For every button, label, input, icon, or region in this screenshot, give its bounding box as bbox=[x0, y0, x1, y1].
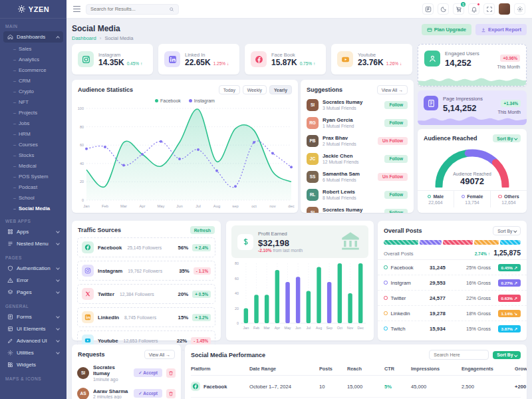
svg-text:Jul: Jul bbox=[306, 326, 311, 330]
overall-row-twitter: Twitter24,57722% Gross0.63% ↗ bbox=[378, 291, 527, 306]
export-report-button[interactable]: Export Report bbox=[475, 24, 527, 35]
suggestion-text: Ryan Gercia1 Mutual Friend bbox=[323, 117, 354, 128]
plan-upgrade-button[interactable]: Plan Upgrade bbox=[422, 24, 471, 35]
traffic-platform: Twitter bbox=[98, 291, 114, 297]
audience-reached-sortby-button[interactable]: Sort By bbox=[493, 134, 521, 142]
sidebar-item-nested-menu[interactable]: Nested Menu bbox=[3, 238, 63, 249]
performance-row-facebook: FacebookOctober 1–7, 20241015,0005%45,00… bbox=[191, 376, 521, 398]
sidebar-item-error[interactable]: Error bbox=[3, 275, 63, 286]
hamburger-icon[interactable] bbox=[73, 6, 80, 12]
instagram-icon bbox=[82, 265, 94, 277]
stat-value: 15.87K0.75% ↑ bbox=[271, 58, 315, 67]
sidebar-item-hrm[interactable]: –HRM bbox=[0, 128, 66, 139]
request-text: Socrates Itumay1minute ago bbox=[93, 364, 130, 382]
sidebar-item-label: Courses bbox=[19, 142, 38, 148]
trash-icon[interactable] bbox=[166, 368, 176, 378]
stat-number: 23.76K bbox=[358, 58, 384, 67]
search-input[interactable] bbox=[90, 6, 166, 12]
sidebar-item-social-media[interactable]: –Social Media bbox=[0, 203, 66, 213]
traffic-platform: LinkedIn bbox=[98, 315, 119, 321]
sidebar-item-pos-system[interactable]: –POS System bbox=[0, 171, 66, 182]
follow-button[interactable]: Follow bbox=[384, 209, 408, 213]
sidebar-item-medical[interactable]: –Medical bbox=[0, 160, 66, 171]
svg-text:20: 20 bbox=[80, 180, 84, 184]
sidebar-item-stocks[interactable]: –Stocks bbox=[0, 150, 66, 160]
global-search[interactable] bbox=[86, 4, 179, 15]
sidebar-item-widgets[interactable]: Widgets bbox=[3, 359, 63, 370]
trash-icon[interactable] bbox=[166, 389, 176, 398]
notifications-icon bbox=[471, 6, 477, 13]
unfollow-button[interactable]: Un Follow bbox=[378, 173, 408, 181]
tab-weekly[interactable]: Weekly bbox=[243, 85, 267, 94]
tab-today[interactable]: Today bbox=[219, 85, 240, 94]
stat-card-face-book: Face Book15.87K0.75% ↑ bbox=[245, 44, 326, 74]
suggestion-friends: 12 Mutual Friends bbox=[323, 160, 358, 164]
sidebar-item-dashboards[interactable]: Dashboards bbox=[3, 31, 63, 43]
sidebar-item-projects[interactable]: –Projects bbox=[0, 107, 66, 118]
overall-posts-progress bbox=[384, 240, 521, 245]
sidebar-item-utilities[interactable]: Utilities bbox=[3, 347, 63, 358]
unfollow-button[interactable]: Un Follow bbox=[378, 137, 408, 145]
cart-button[interactable]: 5 bbox=[453, 3, 464, 15]
legend-ring bbox=[498, 195, 502, 199]
suggestion-row: RLRobert Lewis8 Mutual FriendsFollow bbox=[301, 186, 414, 203]
sidebar-item-forms[interactable]: Forms bbox=[3, 311, 63, 323]
sidebar-item-pages[interactable]: Pages bbox=[3, 287, 63, 298]
bank-icon bbox=[339, 229, 362, 255]
sidebar-item-school[interactable]: –School bbox=[0, 192, 66, 203]
accept-button[interactable]: ✓ Accept bbox=[134, 389, 162, 398]
suggestions-view-all-button[interactable]: View All → bbox=[377, 85, 408, 94]
traffic-platform: Instagram bbox=[98, 268, 122, 274]
svg-text:Mar: Mar bbox=[120, 204, 127, 208]
sidebar-item-label: Forms bbox=[17, 314, 53, 320]
accept-button[interactable]: ✓ Accept bbox=[134, 368, 162, 377]
sidebar-item-podcast[interactable]: –Podcast bbox=[0, 182, 66, 192]
sidebar-item-crm[interactable]: –CRM bbox=[0, 75, 66, 86]
sidebar-item-apps[interactable]: Apps bbox=[3, 226, 63, 237]
follow-button[interactable]: Follow bbox=[384, 119, 408, 127]
refresh-button[interactable]: Refresh bbox=[190, 226, 215, 234]
sidebar-item-advanced-ui[interactable]: Advanced UI bbox=[3, 335, 63, 346]
svg-text:20: 20 bbox=[235, 307, 239, 311]
sidebar-item-analytics[interactable]: –Analytics bbox=[0, 54, 66, 65]
performance-search-input[interactable] bbox=[429, 350, 489, 360]
performance-sortby-button[interactable]: Sort By bbox=[493, 351, 521, 359]
fullscreen-button[interactable] bbox=[483, 3, 495, 15]
gauge-center-value: 49072 bbox=[418, 176, 527, 186]
avatar: SI bbox=[77, 367, 89, 379]
search-icon bbox=[169, 7, 174, 12]
sidebar: YZEN MAINDashboards–Sales–Analytics–Ecom… bbox=[0, 0, 66, 399]
sidebar-item-ecommerce[interactable]: –Ecommerce bbox=[0, 65, 66, 75]
logo[interactable]: YZEN bbox=[0, 0, 66, 19]
legend-ring bbox=[428, 195, 432, 199]
overall-posts-sortby-button[interactable]: Sort By bbox=[493, 226, 521, 235]
chevron-down-icon bbox=[56, 290, 60, 294]
sidebar-item-authentication[interactable]: Authentication bbox=[3, 263, 63, 274]
sidebar-item-sales[interactable]: –Sales bbox=[0, 43, 66, 54]
dark-mode-button[interactable] bbox=[438, 3, 449, 15]
request-row: ASAarav Sharma2 minutes ago✓ Accept bbox=[72, 384, 181, 399]
sidebar-item-jobs[interactable]: –Jobs bbox=[0, 118, 66, 128]
svg-text:80: 80 bbox=[235, 261, 239, 265]
sidebar-item-courses[interactable]: –Courses bbox=[0, 139, 66, 150]
notifications-button[interactable] bbox=[468, 3, 479, 15]
tab-yearly[interactable]: Yearly bbox=[269, 85, 292, 94]
sidebar-item-ui-elements[interactable]: UI Elements bbox=[3, 323, 63, 334]
chevron-down-icon bbox=[56, 327, 60, 331]
breadcrumb-home[interactable]: Dashboard bbox=[72, 35, 96, 41]
sidebar-item-crypto[interactable]: –Crypto bbox=[0, 86, 66, 96]
suggestion-text: Socrates Itumay3 Mutual Friends bbox=[323, 99, 362, 110]
dash-bullet: – bbox=[13, 132, 16, 136]
user-avatar[interactable] bbox=[499, 3, 510, 15]
language-button[interactable] bbox=[422, 3, 434, 15]
svg-text:Sep: Sep bbox=[326, 326, 332, 330]
settings-button[interactable] bbox=[514, 3, 525, 15]
follow-button[interactable]: Follow bbox=[384, 101, 408, 109]
requests-view-all-button[interactable]: View All → bbox=[144, 350, 175, 359]
overall-posts-summary-label: Overall Posts bbox=[384, 251, 414, 257]
sidebar-item-nft[interactable]: –NFT bbox=[0, 96, 66, 107]
follow-button[interactable]: Follow bbox=[384, 155, 408, 163]
follow-button[interactable]: Follow bbox=[384, 191, 408, 199]
platform-ring-icon bbox=[384, 296, 388, 300]
sidebar-item-label: Ecommerce bbox=[19, 67, 47, 73]
